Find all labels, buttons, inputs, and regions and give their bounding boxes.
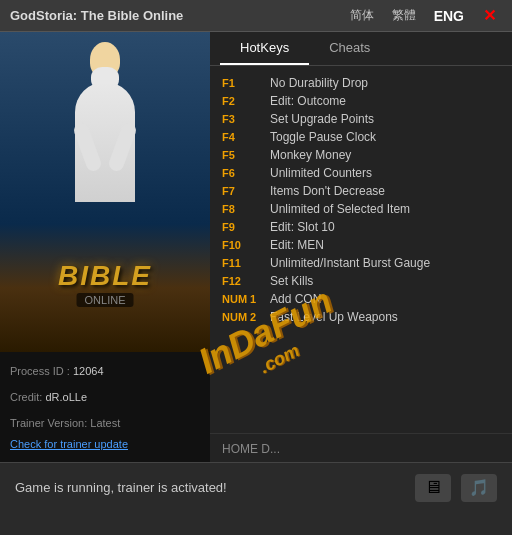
- hotkey-row: F8Unlimited of Selected Item: [222, 200, 500, 218]
- process-value: 12064: [73, 365, 104, 377]
- hotkey-row: F3Set Upgrade Points: [222, 110, 500, 128]
- hotkey-description: No Durability Drop: [270, 76, 368, 90]
- credit-value: dR.oLLe: [45, 391, 87, 403]
- close-button[interactable]: ✕: [477, 4, 502, 27]
- status-icons: [415, 474, 497, 502]
- lang-english[interactable]: ENG: [429, 6, 469, 26]
- hotkey-row: F7Items Don't Decrease: [222, 182, 500, 200]
- hotkey-row: F4Toggle Pause Clock: [222, 128, 500, 146]
- hotkey-description: Set Upgrade Points: [270, 112, 374, 126]
- hotkey-key: F1: [222, 77, 270, 89]
- hotkey-description: Unlimited of Selected Item: [270, 202, 410, 216]
- tabs-container: HotKeys Cheats: [210, 32, 512, 66]
- hotkey-key: F8: [222, 203, 270, 215]
- hotkey-description: Monkey Money: [270, 148, 351, 162]
- hotkey-key: F3: [222, 113, 270, 125]
- hotkey-description: Edit: MEN: [270, 238, 324, 252]
- figure-arm-left: [72, 121, 103, 173]
- hotkey-row: F6Unlimited Counters: [222, 164, 500, 182]
- hotkey-key: F10: [222, 239, 270, 251]
- hotkey-row: F10Edit: MEN: [222, 236, 500, 254]
- trainer-version-row: Trainer Version: Latest: [10, 414, 200, 434]
- app-title: GodStoria: The Bible Online: [10, 8, 183, 23]
- hotkey-key: F9: [222, 221, 270, 233]
- hotkey-row: F9Edit: Slot 10: [222, 218, 500, 236]
- statusbar: Game is running, trainer is activated!: [0, 462, 512, 512]
- hotkey-key: F7: [222, 185, 270, 197]
- online-text: ONLINE: [77, 293, 134, 307]
- hotkey-description: Edit: Outcome: [270, 94, 346, 108]
- hotkey-key: F11: [222, 257, 270, 269]
- game-figure: [65, 42, 145, 202]
- hotkey-description: Unlimited Counters: [270, 166, 372, 180]
- trainer-version-label: Trainer Version: Latest: [10, 417, 120, 429]
- lang-simplified[interactable]: 简体: [345, 5, 379, 26]
- process-label: Process ID :: [10, 365, 70, 377]
- watermark-container: InDaFun .com: [192, 279, 349, 401]
- home-button[interactable]: HOME D...: [222, 442, 280, 456]
- figure-arm-right: [107, 121, 138, 173]
- lang-traditional[interactable]: 繁體: [387, 5, 421, 26]
- hotkey-description: Edit: Slot 10: [270, 220, 335, 234]
- figure-robe: [75, 82, 135, 202]
- tab-cheats[interactable]: Cheats: [309, 32, 390, 65]
- hotkey-key: F4: [222, 131, 270, 143]
- trainer-link-row[interactable]: Check for trainer update: [10, 435, 200, 455]
- hotkey-row: F5Monkey Money: [222, 146, 500, 164]
- hotkey-key: F6: [222, 167, 270, 179]
- trainer-update-link[interactable]: Check for trainer update: [10, 438, 128, 450]
- status-text: Game is running, trainer is activated!: [15, 480, 227, 495]
- hotkey-key: F5: [222, 149, 270, 161]
- home-area: HOME D...: [210, 433, 512, 462]
- hotkey-row: F2Edit: Outcome: [222, 92, 500, 110]
- hotkey-key: F2: [222, 95, 270, 107]
- hotkey-row: F1No Durability Drop: [222, 74, 500, 92]
- titlebar-controls: 简体 繁體 ENG ✕: [345, 4, 502, 27]
- titlebar: GodStoria: The Bible Online 简体 繁體 ENG ✕: [0, 0, 512, 32]
- hotkey-description: Items Don't Decrease: [270, 184, 385, 198]
- tab-hotkeys[interactable]: HotKeys: [220, 32, 309, 65]
- hotkey-description: Toggle Pause Clock: [270, 130, 376, 144]
- credit-label: Credit:: [10, 391, 42, 403]
- bible-text: BIBLE: [58, 260, 152, 292]
- music-icon[interactable]: [461, 474, 497, 502]
- monitor-icon[interactable]: [415, 474, 451, 502]
